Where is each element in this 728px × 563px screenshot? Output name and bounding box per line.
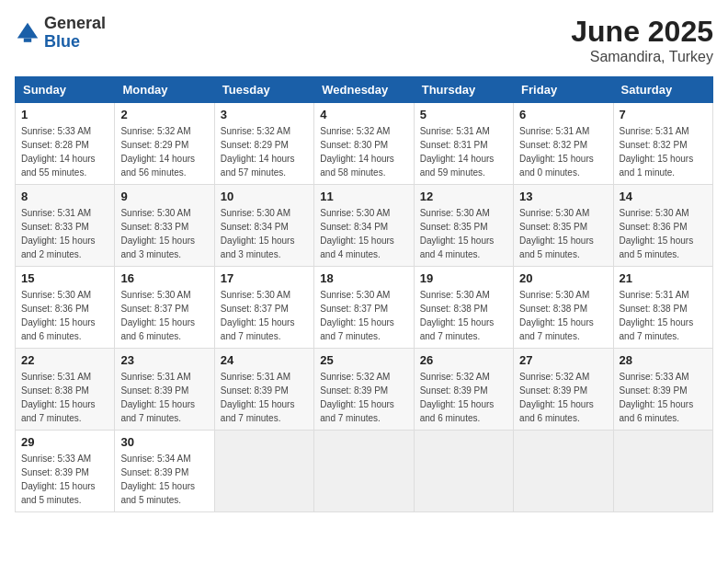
day-info: Sunrise: 5:30 AM Sunset: 8:34 PM Dayligh… [221, 206, 308, 261]
calendar-cell: 4 Sunrise: 5:32 AM Sunset: 8:30 PM Dayli… [314, 103, 414, 185]
calendar-cell [314, 431, 414, 512]
day-number: 6 [519, 108, 607, 121]
day-info: Sunrise: 5:33 AM Sunset: 8:39 PM Dayligh… [21, 452, 108, 507]
day-number: 11 [320, 190, 407, 203]
logo-general: General [44, 14, 106, 32]
calendar-cell [613, 431, 712, 512]
day-info: Sunrise: 5:30 AM Sunset: 8:33 PM Dayligh… [120, 206, 208, 261]
calendar-cell: 30 Sunrise: 5:34 AM Sunset: 8:39 PM Dayl… [115, 431, 214, 512]
day-info: Sunrise: 5:32 AM Sunset: 8:29 PM Dayligh… [221, 124, 308, 179]
day-number: 10 [221, 190, 308, 203]
logo-blue: Blue [44, 32, 80, 51]
day-number: 15 [21, 271, 108, 285]
calendar-cell: 24 Sunrise: 5:31 AM Sunset: 8:39 PM Dayl… [214, 349, 313, 431]
calendar-cell: 28 Sunrise: 5:33 AM Sunset: 8:39 PM Dayl… [613, 349, 712, 431]
day-info: Sunrise: 5:30 AM Sunset: 8:38 PM Dayligh… [519, 288, 607, 343]
calendar-header-row: SundayMondayTuesdayWednesdayThursdayFrid… [16, 77, 713, 103]
day-info: Sunrise: 5:32 AM Sunset: 8:39 PM Dayligh… [420, 370, 507, 425]
day-number: 23 [120, 353, 208, 367]
day-number: 5 [420, 108, 507, 121]
day-number: 4 [320, 108, 407, 121]
calendar-cell: 8 Sunrise: 5:31 AM Sunset: 8:33 PM Dayli… [16, 185, 115, 267]
svg-rect-1 [24, 38, 31, 41]
day-number: 1 [21, 108, 108, 121]
calendar-cell: 20 Sunrise: 5:30 AM Sunset: 8:38 PM Dayl… [514, 267, 613, 349]
day-header-friday: Friday [514, 77, 613, 103]
page-subtitle: Samandira, Turkey [571, 49, 713, 65]
calendar-cell: 3 Sunrise: 5:32 AM Sunset: 8:29 PM Dayli… [214, 103, 313, 185]
calendar-cell: 18 Sunrise: 5:30 AM Sunset: 8:37 PM Dayl… [314, 267, 414, 349]
calendar-week-3: 15 Sunrise: 5:30 AM Sunset: 8:36 PM Dayl… [16, 267, 713, 349]
calendar-table: SundayMondayTuesdayWednesdayThursdayFrid… [15, 76, 713, 512]
day-header-saturday: Saturday [613, 77, 712, 103]
day-number: 9 [120, 190, 208, 203]
logo: General Blue [15, 15, 106, 52]
day-number: 13 [519, 190, 607, 203]
day-info: Sunrise: 5:30 AM Sunset: 8:35 PM Dayligh… [519, 206, 607, 261]
day-info: Sunrise: 5:33 AM Sunset: 8:28 PM Dayligh… [21, 124, 108, 179]
calendar-cell: 14 Sunrise: 5:30 AM Sunset: 8:36 PM Dayl… [613, 185, 712, 267]
calendar-cell: 26 Sunrise: 5:32 AM Sunset: 8:39 PM Dayl… [414, 349, 513, 431]
calendar-cell: 13 Sunrise: 5:30 AM Sunset: 8:35 PM Dayl… [514, 185, 613, 267]
day-info: Sunrise: 5:31 AM Sunset: 8:38 PM Dayligh… [620, 288, 707, 343]
calendar-week-4: 22 Sunrise: 5:31 AM Sunset: 8:38 PM Dayl… [16, 349, 713, 431]
day-number: 8 [21, 190, 108, 203]
calendar-cell [514, 431, 613, 512]
calendar-week-1: 1 Sunrise: 5:33 AM Sunset: 8:28 PM Dayli… [16, 103, 713, 185]
day-number: 17 [221, 271, 308, 285]
day-info: Sunrise: 5:32 AM Sunset: 8:39 PM Dayligh… [320, 370, 407, 425]
day-header-sunday: Sunday [16, 77, 115, 103]
day-info: Sunrise: 5:31 AM Sunset: 8:39 PM Dayligh… [221, 370, 308, 425]
page-header: General Blue June 2025 Samandira, Turkey [15, 15, 713, 65]
day-info: Sunrise: 5:30 AM Sunset: 8:34 PM Dayligh… [320, 206, 407, 261]
day-number: 30 [120, 435, 208, 449]
calendar-week-5: 29 Sunrise: 5:33 AM Sunset: 8:39 PM Dayl… [16, 431, 713, 512]
calendar-cell: 29 Sunrise: 5:33 AM Sunset: 8:39 PM Dayl… [16, 431, 115, 512]
day-info: Sunrise: 5:30 AM Sunset: 8:38 PM Dayligh… [420, 288, 507, 343]
day-number: 20 [519, 271, 607, 285]
day-header-thursday: Thursday [414, 77, 513, 103]
day-number: 12 [420, 190, 507, 203]
logo-icon [15, 20, 40, 46]
calendar-cell: 25 Sunrise: 5:32 AM Sunset: 8:39 PM Dayl… [314, 349, 414, 431]
day-info: Sunrise: 5:30 AM Sunset: 8:36 PM Dayligh… [21, 288, 108, 343]
day-info: Sunrise: 5:31 AM Sunset: 8:31 PM Dayligh… [420, 124, 507, 179]
day-info: Sunrise: 5:32 AM Sunset: 8:30 PM Dayligh… [320, 124, 407, 179]
day-number: 7 [620, 108, 707, 121]
day-info: Sunrise: 5:31 AM Sunset: 8:32 PM Dayligh… [620, 124, 707, 179]
day-info: Sunrise: 5:31 AM Sunset: 8:33 PM Dayligh… [21, 206, 108, 261]
day-header-monday: Monday [115, 77, 214, 103]
day-info: Sunrise: 5:30 AM Sunset: 8:37 PM Dayligh… [320, 288, 407, 343]
calendar-cell: 12 Sunrise: 5:30 AM Sunset: 8:35 PM Dayl… [414, 185, 513, 267]
calendar-cell: 2 Sunrise: 5:32 AM Sunset: 8:29 PM Dayli… [115, 103, 214, 185]
day-info: Sunrise: 5:31 AM Sunset: 8:32 PM Dayligh… [519, 124, 607, 179]
day-number: 18 [320, 271, 407, 285]
calendar-week-2: 8 Sunrise: 5:31 AM Sunset: 8:33 PM Dayli… [16, 185, 713, 267]
calendar-cell: 11 Sunrise: 5:30 AM Sunset: 8:34 PM Dayl… [314, 185, 414, 267]
calendar-cell: 10 Sunrise: 5:30 AM Sunset: 8:34 PM Dayl… [214, 185, 313, 267]
calendar-cell: 6 Sunrise: 5:31 AM Sunset: 8:32 PM Dayli… [514, 103, 613, 185]
page-title: June 2025 [571, 15, 713, 49]
day-info: Sunrise: 5:32 AM Sunset: 8:29 PM Dayligh… [120, 124, 208, 179]
day-info: Sunrise: 5:34 AM Sunset: 8:39 PM Dayligh… [120, 452, 208, 507]
calendar-cell: 9 Sunrise: 5:30 AM Sunset: 8:33 PM Dayli… [115, 185, 214, 267]
calendar-cell: 7 Sunrise: 5:31 AM Sunset: 8:32 PM Dayli… [613, 103, 712, 185]
day-number: 3 [221, 108, 308, 121]
day-number: 2 [120, 108, 208, 121]
day-number: 16 [120, 271, 208, 285]
svg-marker-0 [17, 23, 38, 39]
day-number: 21 [620, 271, 707, 285]
day-header-tuesday: Tuesday [214, 77, 313, 103]
day-info: Sunrise: 5:30 AM Sunset: 8:37 PM Dayligh… [120, 288, 208, 343]
calendar-cell: 17 Sunrise: 5:30 AM Sunset: 8:37 PM Dayl… [214, 267, 313, 349]
day-header-wednesday: Wednesday [314, 77, 414, 103]
day-number: 19 [420, 271, 507, 285]
day-info: Sunrise: 5:30 AM Sunset: 8:37 PM Dayligh… [221, 288, 308, 343]
day-number: 26 [420, 353, 507, 367]
day-info: Sunrise: 5:31 AM Sunset: 8:39 PM Dayligh… [120, 370, 208, 425]
calendar-cell: 15 Sunrise: 5:30 AM Sunset: 8:36 PM Dayl… [16, 267, 115, 349]
day-number: 25 [320, 353, 407, 367]
calendar-cell: 22 Sunrise: 5:31 AM Sunset: 8:38 PM Dayl… [16, 349, 115, 431]
calendar-cell: 5 Sunrise: 5:31 AM Sunset: 8:31 PM Dayli… [414, 103, 513, 185]
day-info: Sunrise: 5:32 AM Sunset: 8:39 PM Dayligh… [519, 370, 607, 425]
